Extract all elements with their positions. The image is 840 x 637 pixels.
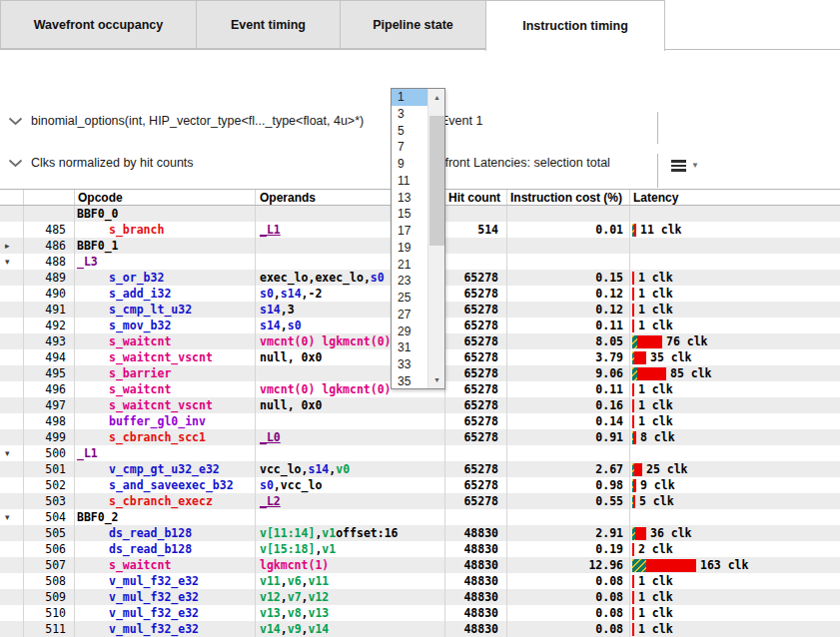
operands-cell [256, 445, 445, 461]
opcode-cell: ds_read_b128 [75, 541, 256, 557]
event-option-1[interactable]: 1 [392, 89, 428, 106]
gutter-cell [0, 318, 24, 333]
instruction-cost-cell: 2.91 [507, 525, 630, 541]
expand-toggle-icon[interactable]: ▸ [0, 238, 24, 254]
event-option-9[interactable]: 9 [392, 156, 428, 173]
branch-target-link[interactable]: _L1 [260, 223, 281, 237]
scroll-down-icon[interactable]: ▼ [428, 371, 445, 388]
block-label: _L1 [75, 445, 256, 461]
table-row-499: 499s_cbranch_scc1_L0652780.918 clk [0, 429, 840, 445]
opcode-cell: ds_read_b128 [75, 525, 256, 541]
event-option-13[interactable]: 13 [392, 190, 428, 207]
event-option-15[interactable]: 15 [392, 206, 428, 223]
operand-token: , [302, 462, 309, 476]
dropdown-scrollbar[interactable]: ▲ ▼ [427, 89, 444, 388]
operand-token: s0 [371, 271, 385, 285]
line-number: 497 [24, 397, 75, 413]
latency-value: 1 clk [638, 303, 673, 317]
branch-target-link[interactable]: _L2 [260, 494, 281, 508]
latency-cell [630, 509, 840, 525]
gutter-cell [0, 286, 24, 302]
kernel-selector[interactable]: binomial_options(int, HIP_vector_type<fl… [8, 114, 364, 128]
event-option-25[interactable]: 25 [392, 290, 428, 307]
operand-token: s14 [260, 303, 281, 317]
tab-instruction-timing[interactable]: Instruction timing [485, 0, 665, 51]
table-row-504: ▾504BBF0_2 [0, 509, 840, 525]
tab-wavefront-occupancy[interactable]: Wavefront occupancy [0, 0, 197, 49]
collapse-toggle-icon[interactable]: ▾ [0, 509, 24, 525]
header-hit-count[interactable]: Hit count [445, 190, 507, 205]
table-row-510: 510v_mul_f32_e32v13, v8, v13488300.081 c… [0, 605, 840, 621]
opcode-text: s_waitcnt_vscnt [109, 398, 213, 412]
latency-bar-red [632, 543, 634, 556]
separator [657, 154, 658, 188]
clks-normalized-section[interactable]: Clks normalized by hit counts [8, 156, 194, 170]
event-option-29[interactable]: 29 [392, 323, 428, 340]
gutter-cell [0, 397, 24, 413]
event-option-11[interactable]: 11 [392, 173, 428, 190]
event-option-19[interactable]: 19 [392, 240, 428, 257]
tab-pipeline-state[interactable]: Pipeline state [340, 0, 486, 49]
header-line-number [24, 190, 75, 205]
event-option-5[interactable]: 5 [392, 123, 428, 140]
gutter-cell [0, 381, 24, 397]
event-option-33[interactable]: 33 [392, 356, 428, 373]
header-instruction-cost[interactable]: Instruction cost (%) [507, 190, 630, 205]
operand-token: vmcnt(0) lgkmcnt(0) [260, 334, 392, 348]
operand-token: v8 [288, 606, 302, 620]
instruction-cost-cell [507, 445, 630, 461]
hit-count-cell [445, 254, 507, 270]
opcode-text: v_mul_f32_e32 [109, 574, 199, 588]
options-menu-button[interactable]: ▼ [671, 160, 699, 172]
event-option-35[interactable]: 35 [392, 373, 428, 389]
line-number: 498 [24, 413, 75, 429]
latency-bar-red [637, 367, 666, 380]
latency-cell: 11 clk [630, 222, 840, 238]
table-row-505: 505ds_read_b128v[11:14], v1 offset:16488… [0, 525, 840, 541]
latency-value: 36 clk [650, 526, 692, 540]
tab-event-timing[interactable]: Event timing [196, 0, 341, 49]
event-option-21[interactable]: 21 [392, 257, 428, 274]
instruction-cost-cell [507, 509, 630, 525]
event-option-27[interactable]: 27 [392, 307, 428, 323]
dropdown-arrow-icon: ▼ [691, 161, 699, 170]
line-number: 505 [24, 525, 75, 541]
operand-token: v0 [336, 462, 350, 476]
line-number: 510 [24, 605, 75, 621]
scrollbar-thumb[interactable] [429, 116, 444, 246]
line-number: 496 [24, 381, 75, 397]
header-opcode[interactable]: Opcode [75, 190, 256, 205]
instruction-cost-cell [507, 254, 630, 270]
latency-bar-red [632, 319, 634, 332]
latency-cell: 36 clk [630, 525, 840, 541]
event-option-17[interactable]: 17 [392, 223, 428, 240]
scroll-up-icon[interactable]: ▲ [428, 89, 445, 106]
operand-token: , [281, 590, 288, 604]
block-label: BBF0_0 [75, 206, 256, 222]
latency-value: 1 clk [638, 271, 673, 285]
latency-bar-teal [632, 559, 646, 572]
event-option-31[interactable]: 31 [392, 339, 428, 356]
operands-cell: v[15:18], v1 [256, 541, 445, 557]
event-option-3[interactable]: 3 [392, 106, 428, 123]
operand-token: -2 [309, 287, 323, 301]
event-label: Event 1 [440, 114, 482, 128]
gutter-cell [0, 333, 24, 349]
latency-value: 1 clk [638, 414, 673, 428]
operand-token: v11 [309, 574, 330, 588]
chevron-down-icon [8, 117, 23, 126]
line-number: 509 [24, 589, 75, 605]
header-latency[interactable]: Latency [630, 190, 840, 205]
hit-count-cell: 48830 [445, 525, 507, 541]
line-number: 493 [24, 333, 75, 349]
collapse-toggle-icon[interactable]: ▾ [0, 254, 24, 270]
hit-count-cell [445, 206, 507, 222]
event-option-7[interactable]: 7 [392, 139, 428, 156]
operand-token: , [308, 271, 315, 285]
hit-count-cell [445, 509, 507, 525]
operand-token: s14 [281, 287, 302, 301]
event-option-23[interactable]: 23 [392, 273, 428, 290]
line-number [24, 206, 75, 222]
collapse-toggle-icon[interactable]: ▾ [0, 445, 24, 461]
branch-target-link[interactable]: _L0 [260, 430, 281, 444]
